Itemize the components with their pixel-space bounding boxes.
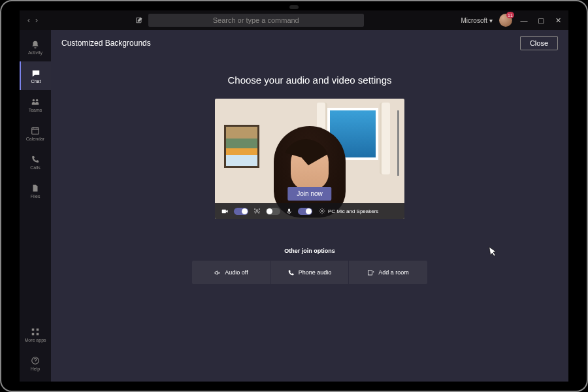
svg-rect-3 xyxy=(32,127,39,134)
rail-item-more-apps[interactable]: More apps xyxy=(20,320,51,349)
option-phone-audio[interactable]: Phone audio xyxy=(270,261,349,284)
app-rail: Activity Chat Teams xyxy=(20,30,51,382)
camera-toggle[interactable] xyxy=(234,208,248,215)
video-preview: Join now xyxy=(215,99,404,219)
phone-icon xyxy=(287,269,295,276)
camera-icon xyxy=(221,208,229,215)
prejoin-heading: Choose your audio and video settings xyxy=(227,74,391,86)
svg-rect-4 xyxy=(32,328,35,331)
rail-item-files[interactable]: Files xyxy=(20,176,51,205)
preview-curtain xyxy=(380,103,390,174)
rail-item-activity[interactable]: Activity xyxy=(20,33,51,61)
chevron-down-icon: ▾ xyxy=(489,17,493,24)
panel-title: Customized Backgrounds xyxy=(61,39,151,48)
gear-icon xyxy=(319,208,325,214)
search-input[interactable]: Search or type a command xyxy=(148,14,364,27)
window-minimize-icon[interactable]: — xyxy=(519,16,529,24)
add-room-icon xyxy=(367,269,374,276)
preview-painting xyxy=(224,125,259,168)
svg-point-14 xyxy=(259,211,259,212)
preview-controls: PC Mic and Speakers xyxy=(215,203,404,219)
rail-item-calendar[interactable]: Calendar xyxy=(20,119,51,148)
nav-forward-icon[interactable]: › xyxy=(35,16,38,25)
preview-lamp xyxy=(397,110,399,176)
calendar-icon xyxy=(31,126,40,135)
other-options-heading: Other join options xyxy=(284,248,335,254)
bell-icon xyxy=(31,40,40,49)
svg-rect-15 xyxy=(288,208,290,212)
rail-item-help[interactable]: Help xyxy=(20,349,51,378)
svg-point-13 xyxy=(255,211,255,212)
phone-icon xyxy=(31,155,40,164)
avatar[interactable]: 11 xyxy=(499,14,512,27)
blur-toggle[interactable] xyxy=(266,208,280,215)
svg-point-12 xyxy=(259,208,259,209)
apps-icon xyxy=(31,327,40,336)
svg-rect-7 xyxy=(37,333,39,335)
option-audio-off[interactable]: Audio off xyxy=(192,261,270,284)
close-button[interactable]: Close xyxy=(520,36,558,50)
join-now-button[interactable]: Join now xyxy=(287,187,331,201)
tablet-camera xyxy=(289,5,299,9)
window-maximize-icon[interactable]: ▢ xyxy=(536,16,546,25)
svg-point-11 xyxy=(255,208,255,209)
teams-icon xyxy=(31,97,40,106)
nav-back-icon[interactable]: ‹ xyxy=(27,16,30,25)
background-blur-icon xyxy=(253,208,261,215)
svg-point-1 xyxy=(33,99,35,101)
notification-badge: 11 xyxy=(506,12,514,18)
chat-icon xyxy=(31,69,41,78)
svg-rect-5 xyxy=(37,328,39,331)
compose-icon[interactable] xyxy=(135,16,143,24)
titlebar: ‹ › Search or type a command Microsoft ▾… xyxy=(20,10,568,30)
window-close-icon[interactable]: ✕ xyxy=(553,16,563,25)
option-add-room[interactable]: Add a room xyxy=(349,261,427,284)
file-icon xyxy=(31,184,40,193)
rail-item-chat[interactable]: Chat xyxy=(20,61,51,90)
mic-toggle[interactable] xyxy=(298,208,312,215)
rail-item-teams[interactable]: Teams xyxy=(20,90,51,119)
svg-point-10 xyxy=(256,209,258,211)
help-icon xyxy=(31,356,40,365)
svg-rect-6 xyxy=(32,333,35,335)
device-picker[interactable]: PC Mic and Speakers xyxy=(319,208,378,214)
main-panel: Customized Backgrounds Close Choose your… xyxy=(51,30,568,382)
other-options-row: Audio off Phone audio Add xyxy=(192,261,427,284)
org-switcher[interactable]: Microsoft ▾ xyxy=(461,17,493,24)
svg-rect-17 xyxy=(368,270,372,275)
microphone-icon xyxy=(286,208,293,215)
svg-point-2 xyxy=(36,99,39,101)
speaker-off-icon xyxy=(214,269,221,276)
svg-rect-9 xyxy=(222,209,226,213)
rail-item-calls[interactable]: Calls xyxy=(20,148,51,176)
svg-point-16 xyxy=(321,210,323,212)
search-placeholder: Search or type a command xyxy=(213,16,299,24)
